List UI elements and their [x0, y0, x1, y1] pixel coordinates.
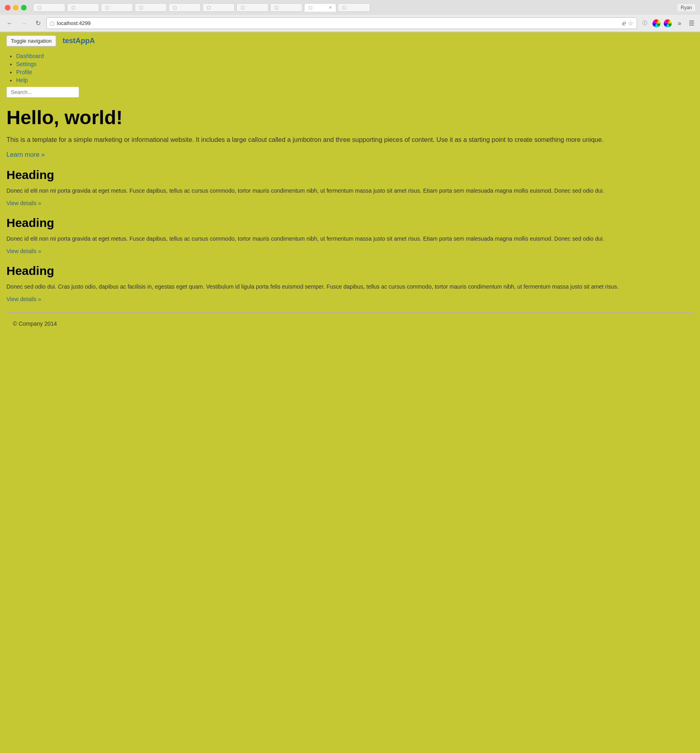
jumbotron-heading: Hello, world!: [6, 107, 694, 129]
nav-list: Dashboard Settings Profile Help: [6, 53, 694, 83]
section-3-body: Donec sed odio dui. Cras justo odio, dap…: [6, 283, 694, 291]
toolbar-icons: ⓘ » ☰: [640, 19, 696, 28]
close-traffic-light[interactable]: [5, 5, 10, 10]
forward-button[interactable]: →: [19, 19, 30, 28]
section-3-heading: Heading: [6, 264, 694, 278]
navbar: Toggle navigation testAppA: [0, 32, 700, 50]
list-item: Profile: [16, 69, 694, 75]
browser-toolbar: ← → ↻ ▢ ℯ ☆ ⓘ » ☰: [0, 15, 700, 32]
main-content: Hello, world! This is a template for a s…: [0, 101, 700, 337]
section-1-body: Donec id elit non mi porta gravida at eg…: [6, 187, 694, 195]
section-1-heading: Heading: [6, 168, 694, 182]
browser-tab-3[interactable]: ▢: [101, 3, 133, 12]
section-3-link[interactable]: View details »: [6, 296, 41, 302]
browser-tab-6[interactable]: ▢: [202, 3, 235, 12]
minimize-traffic-light[interactable]: [13, 5, 19, 10]
menu-icon[interactable]: ☰: [687, 19, 696, 28]
back-button[interactable]: ←: [4, 19, 15, 28]
browser-titlebar: ▢ ▢ ▢ ▢ ▢ ▢ ▢ ▢: [0, 0, 700, 15]
url-input[interactable]: [57, 20, 620, 26]
browser-tab-2[interactable]: ▢: [67, 3, 99, 12]
search-input[interactable]: [6, 87, 79, 98]
browser-tab-7[interactable]: ▢: [236, 3, 269, 12]
list-item: Settings: [16, 61, 694, 67]
maximize-traffic-light[interactable]: [21, 5, 27, 10]
jumbotron-description: This is a template for a simple marketin…: [6, 135, 694, 145]
footer-divider: [6, 312, 694, 312]
search-form: [6, 87, 694, 98]
section-1-link[interactable]: View details »: [6, 200, 41, 206]
jumbotron: Hello, world! This is a template for a s…: [6, 107, 694, 158]
browser-tab-4[interactable]: ▢: [135, 3, 167, 12]
section-2-link[interactable]: View details »: [6, 248, 41, 254]
address-bar: ▢ ℯ ☆: [46, 17, 637, 29]
browser-tab-5[interactable]: ▢: [169, 3, 201, 12]
section-1: Heading Donec id elit non mi porta gravi…: [6, 168, 694, 206]
nav-link-profile[interactable]: Profile: [16, 69, 32, 75]
tab-label: ▢: [38, 5, 41, 10]
user-label: Ryan: [677, 4, 695, 11]
traffic-lights: [5, 5, 27, 10]
section-3: Heading Donec sed odio dui. Cras justo o…: [6, 264, 694, 302]
ereader-icon: ℯ: [622, 19, 626, 27]
list-item: Help: [16, 77, 694, 83]
browser-tabs: ▢ ▢ ▢ ▢ ▢ ▢ ▢ ▢: [33, 3, 674, 12]
section-2-body: Donec id elit non mi porta gravida at eg…: [6, 235, 694, 243]
tab-close-icon[interactable]: ✕: [329, 5, 332, 10]
browser-tab-8[interactable]: ▢: [270, 3, 302, 12]
nav-link-dashboard[interactable]: Dashboard: [16, 53, 44, 59]
browser-tab-1[interactable]: ▢: [33, 3, 65, 12]
info-icon[interactable]: ⓘ: [640, 19, 649, 28]
footer: © Company 2014: [6, 317, 694, 330]
extensions-icon[interactable]: [664, 19, 672, 27]
nav-link-settings[interactable]: Settings: [16, 61, 37, 67]
brand-link[interactable]: testAppA: [62, 37, 95, 45]
nav-link-help[interactable]: Help: [16, 77, 28, 83]
list-item: Dashboard: [16, 53, 694, 59]
bookmark-icon[interactable]: ☆: [628, 20, 633, 27]
section-2-heading: Heading: [6, 216, 694, 230]
toggle-navigation-button[interactable]: Toggle navigation: [6, 35, 56, 46]
browser-tab-active[interactable]: ▢ ✕: [304, 3, 336, 12]
refresh-button[interactable]: ↻: [33, 19, 43, 28]
more-icon[interactable]: »: [675, 19, 684, 28]
learn-more-link[interactable]: Learn more »: [6, 151, 45, 158]
copyright-text: © Company 2014: [13, 320, 57, 327]
browser-tab-9[interactable]: ▢: [338, 3, 370, 12]
page-icon: ▢: [50, 21, 54, 26]
browser-chrome: ▢ ▢ ▢ ▢ ▢ ▢ ▢ ▢: [0, 0, 700, 32]
color-circle-icon[interactable]: [652, 19, 660, 27]
app-wrapper: Toggle navigation testAppA Dashboard Set…: [0, 32, 700, 753]
section-2: Heading Donec id elit non mi porta gravi…: [6, 216, 694, 254]
